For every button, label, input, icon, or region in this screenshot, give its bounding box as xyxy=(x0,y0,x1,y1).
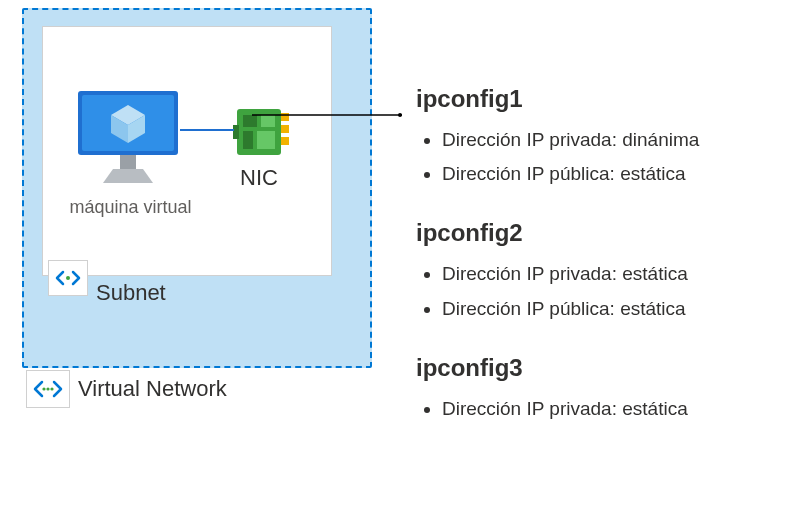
svg-point-20 xyxy=(398,113,402,117)
ipconfig3-list: Dirección IP privada: estática xyxy=(420,392,804,426)
svg-rect-13 xyxy=(257,131,275,149)
vm-label: máquina virtual xyxy=(43,197,218,218)
svg-point-17 xyxy=(46,387,49,390)
connector-line xyxy=(252,103,402,105)
svg-rect-12 xyxy=(243,131,253,149)
list-item: Dirección IP privada: estática xyxy=(442,392,804,426)
subnet-box: máquina virtual NIC xyxy=(42,26,332,276)
list-item: Dirección IP privada: estática xyxy=(442,257,804,291)
svg-rect-9 xyxy=(281,137,289,145)
subnet-label: Subnet xyxy=(96,280,166,306)
ipconfig2-list: Dirección IP privada: estática Dirección… xyxy=(420,257,804,325)
vm-nic-line xyxy=(180,129,234,131)
svg-rect-8 xyxy=(281,125,289,133)
ipconfig1-title: ipconfig1 xyxy=(416,85,804,113)
vm-icon xyxy=(73,87,183,187)
svg-point-18 xyxy=(50,387,53,390)
list-item: Dirección IP privada: dinánima xyxy=(442,123,804,157)
virtual-network-label: Virtual Network xyxy=(78,376,227,402)
ipconfig1-block: ipconfig1 Dirección IP privada: dinánima… xyxy=(414,85,804,191)
list-item: Dirección IP pública: estática xyxy=(442,157,804,191)
svg-point-15 xyxy=(66,276,70,280)
ipconfig2-block: ipconfig2 Dirección IP privada: estática… xyxy=(414,219,804,325)
svg-rect-14 xyxy=(233,125,239,139)
nic-label: NIC xyxy=(240,165,278,191)
ipconfig3-title: ipconfig3 xyxy=(416,354,804,382)
subnet-badge-icon xyxy=(48,260,88,296)
ipconfig1-list: Dirección IP privada: dinánima Dirección… xyxy=(420,123,804,191)
vnet-badge-icon xyxy=(26,370,70,408)
list-item: Dirección IP pública: estática xyxy=(442,292,804,326)
ipconfig2-title: ipconfig2 xyxy=(416,219,804,247)
ipconfig3-block: ipconfig3 Dirección IP privada: estática xyxy=(414,354,804,426)
svg-point-16 xyxy=(42,387,45,390)
svg-rect-2 xyxy=(120,155,136,169)
ipconfig-column: ipconfig1 Dirección IP privada: dinánima… xyxy=(414,85,804,426)
